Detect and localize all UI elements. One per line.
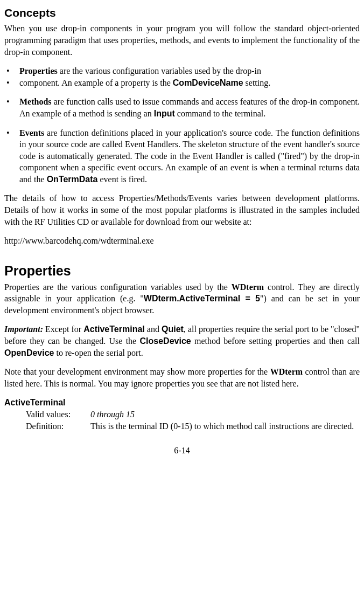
page-number: 6-14: [4, 445, 360, 457]
definition-value: This is the terminal ID (0-15) to which …: [90, 420, 360, 432]
ontermdata-term: OnTermData: [47, 175, 98, 184]
important-label: Important:: [4, 325, 43, 334]
text: Note that your development environment m…: [4, 367, 270, 376]
wdterm-term: WDterm: [270, 367, 303, 376]
definition-label: Definition:: [26, 420, 90, 432]
text: Except for: [43, 325, 83, 334]
text: are the various configuration variables …: [58, 66, 261, 75]
valid-values-row: Valid values: 0 through 15: [4, 409, 360, 420]
concepts-list: Properties are the various configuration…: [4, 65, 360, 185]
text: to re-open the serial port.: [54, 348, 143, 357]
url-link[interactable]: http://www.barcodehq.com/wdterminal.exe: [4, 236, 154, 245]
opendevice-term: OpenDevice: [4, 348, 54, 357]
comdevicename-term: ComDeviceName: [173, 78, 243, 87]
closedevice-term: CloseDevice: [140, 336, 191, 346]
properties-term: Properties: [19, 66, 58, 75]
wdterm-activeterminal-term: WDterm.ActiveTerminal = 5: [144, 294, 260, 303]
text: event is fired.: [98, 175, 148, 184]
properties-heading: Properties: [4, 262, 360, 280]
valid-values-value: 0 through 15: [90, 409, 360, 420]
text: and: [145, 325, 162, 334]
list-item: Methods are function calls used to issue…: [4, 96, 360, 119]
property-name-activeterminal: ActiveTerminal: [4, 397, 360, 409]
valid-values-label: Valid values:: [26, 409, 90, 420]
text: method before setting properties and the…: [191, 336, 360, 346]
methods-term: Methods: [19, 97, 52, 106]
definition-row: Definition: This is the terminal ID (0-1…: [4, 420, 360, 432]
concepts-heading: Concepts: [4, 5, 360, 20]
quiet-term: Quiet: [162, 325, 184, 334]
wdterm-term: WDterm: [232, 282, 264, 292]
download-url: http://www.barcodehq.com/wdterminal.exe: [4, 235, 360, 247]
list-item: component. An example of a property is t…: [4, 77, 360, 89]
text: setting.: [243, 78, 271, 87]
environment-note: Note that your development environment m…: [4, 366, 360, 389]
input-term: Input: [154, 109, 175, 118]
text: Properties are the various configuration…: [4, 282, 232, 292]
text: command to the terminal.: [175, 109, 265, 118]
list-item: Events are function definitions placed i…: [4, 127, 360, 185]
activeterminal-term: ActiveTerminal: [83, 325, 145, 334]
important-note: Important: Except for ActiveTerminal and…: [4, 323, 360, 358]
events-term: Events: [19, 128, 44, 137]
concepts-intro: When you use drop-in components in your …: [4, 23, 360, 58]
concepts-details: The details of how to access Properties/…: [4, 192, 360, 227]
text: component. An example of a property is t…: [19, 78, 173, 87]
properties-intro: Properties are the various configuration…: [4, 281, 360, 316]
list-item: Properties are the various configuration…: [4, 65, 360, 77]
